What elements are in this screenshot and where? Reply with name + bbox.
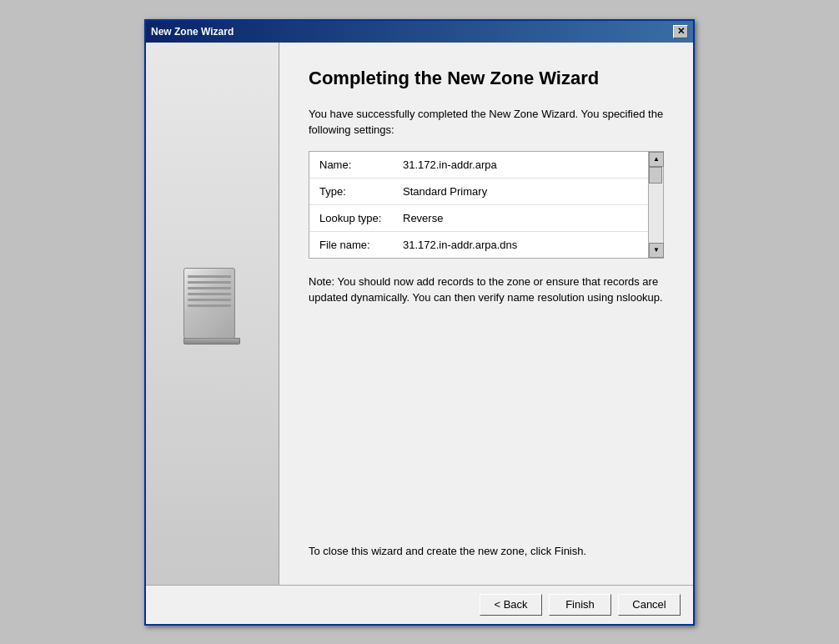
setting-value-2: Reverse <box>403 212 653 224</box>
dialog-window: New Zone Wizard ✕ Completing the New Zon… <box>144 19 695 626</box>
server-image <box>175 268 250 360</box>
finish-instruction: To close this wizard and create the new … <box>309 543 664 560</box>
window-title: New Zone Wizard <box>151 26 234 38</box>
setting-row-3: File name: 31.172.in-addr.arpa.dns <box>309 232 663 258</box>
server-tower-icon <box>183 268 242 351</box>
dialog-body: Completing the New Zone Wizard You have … <box>146 43 693 585</box>
note-text: Note: You should now add records to the … <box>309 274 664 306</box>
setting-row-1: Type: Standard Primary <box>309 179 663 205</box>
setting-value-1: Standard Primary <box>403 185 653 198</box>
left-panel <box>146 43 279 585</box>
dialog-footer: < Back Finish Cancel <box>146 585 693 624</box>
setting-value-0: 31.172.in-addr.arpa <box>403 158 653 171</box>
scroll-thumb[interactable] <box>649 167 662 184</box>
settings-inner: Name: 31.172.in-addr.arpa Type: Standard… <box>309 152 663 258</box>
back-button[interactable]: < Back <box>480 594 542 616</box>
setting-row-0: Name: 31.172.in-addr.arpa <box>309 152 663 179</box>
setting-label-2: Lookup type: <box>319 212 403 224</box>
server-body <box>183 268 235 339</box>
setting-label-1: Type: <box>319 185 403 198</box>
scroll-down-button[interactable]: ▼ <box>649 243 664 258</box>
setting-row-2: Lookup type: Reverse <box>309 205 663 232</box>
settings-box: Name: 31.172.in-addr.arpa Type: Standard… <box>309 151 664 259</box>
setting-label-0: Name: <box>319 158 403 171</box>
cancel-button[interactable]: Cancel <box>618 594 681 616</box>
spacer <box>309 319 664 543</box>
setting-value-3: 31.172.in-addr.arpa.dns <box>403 239 653 251</box>
wizard-heading: Completing the New Zone Wizard <box>309 68 664 89</box>
finish-button[interactable]: Finish <box>549 594 611 616</box>
setting-label-3: File name: <box>319 239 403 251</box>
title-bar: New Zone Wizard ✕ <box>146 21 693 43</box>
wizard-intro-text: You have successfully completed the New … <box>309 106 664 138</box>
close-button[interactable]: ✕ <box>673 25 688 38</box>
scroll-track <box>649 167 663 243</box>
server-base <box>183 338 240 345</box>
scrollbar[interactable]: ▲ ▼ <box>648 152 663 258</box>
right-panel: Completing the New Zone Wizard You have … <box>279 43 693 585</box>
scroll-up-button[interactable]: ▲ <box>649 152 664 167</box>
